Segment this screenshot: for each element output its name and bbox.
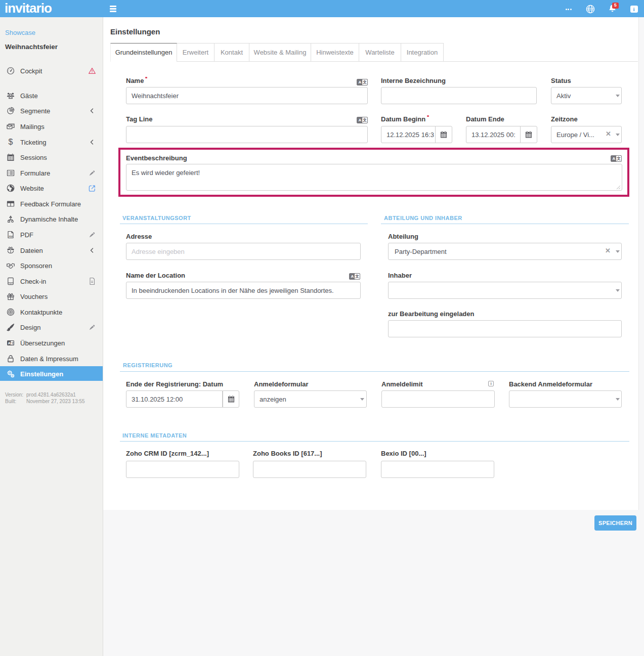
svg-text:文: 文 — [11, 341, 15, 345]
svg-text:A: A — [8, 341, 11, 345]
svg-text:PDF: PDF — [9, 235, 14, 238]
